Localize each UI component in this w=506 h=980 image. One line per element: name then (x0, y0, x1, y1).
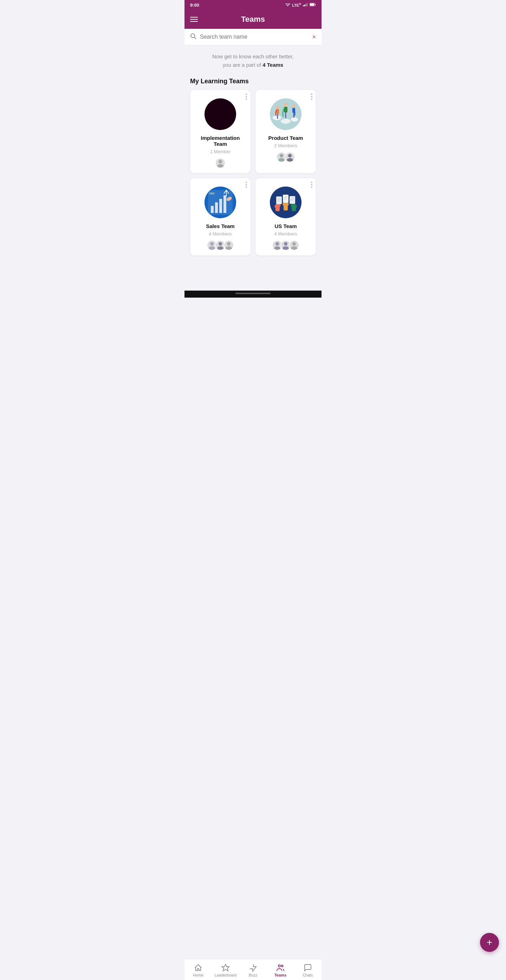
svg-rect-57 (283, 195, 288, 203)
status-bar: 9:00 LTER (185, 0, 321, 10)
svg-point-70 (291, 246, 297, 250)
team-avatar-product (270, 99, 301, 130)
signal-icon (303, 2, 308, 7)
svg-rect-50 (283, 203, 288, 210)
member-avatars-us (260, 240, 312, 251)
member-avatars-sales (194, 240, 246, 251)
svg-rect-4 (304, 5, 306, 6)
svg-line-11 (194, 37, 196, 39)
teams-intro: Now get to know each other better, you a… (190, 52, 316, 69)
svg-point-42 (218, 242, 222, 246)
svg-point-69 (292, 242, 296, 246)
svg-rect-52 (292, 204, 296, 211)
svg-point-45 (226, 246, 232, 250)
svg-rect-3 (303, 5, 304, 6)
svg-point-66 (274, 246, 280, 250)
svg-point-12 (218, 160, 222, 163)
svg-point-18 (276, 105, 279, 109)
team-members-implementation: 1 Member (194, 149, 246, 154)
svg-point-16 (291, 117, 298, 122)
svg-point-27 (280, 154, 283, 158)
svg-text:CES: CES (209, 192, 215, 195)
team-avatar-us (270, 186, 301, 218)
search-bar: × (185, 29, 321, 45)
team-card-sales[interactable]: CES Sales Team 4 Members (190, 178, 251, 255)
member-avatar (215, 158, 226, 168)
svg-rect-53 (276, 196, 282, 204)
svg-rect-6 (307, 3, 308, 6)
svg-point-13 (217, 164, 223, 168)
svg-point-17 (281, 119, 291, 124)
svg-point-30 (287, 158, 293, 162)
section-title: My Learning Teams (190, 78, 316, 85)
member-avatar (223, 240, 234, 251)
team-avatar-sales: CES (205, 186, 236, 218)
page-header: Teams (185, 10, 321, 29)
team-members-us: 4 Members (260, 231, 312, 237)
menu-button[interactable] (190, 17, 198, 22)
teams-count: 4 Teams (263, 62, 283, 68)
team-name-product: Product Team (260, 135, 312, 141)
card-menu-us[interactable] (311, 182, 312, 188)
svg-point-65 (275, 242, 279, 246)
teams-grid: Implementation Team 1 Member (190, 90, 316, 262)
svg-rect-36 (223, 196, 226, 213)
svg-rect-35 (219, 199, 222, 213)
team-card-us[interactable]: US Team 4 Members (255, 178, 316, 255)
svg-rect-9 (315, 4, 316, 5)
member-avatar (289, 240, 299, 251)
svg-point-15 (273, 115, 281, 120)
svg-point-10 (191, 34, 195, 38)
status-icons: LTER (285, 2, 316, 7)
search-input[interactable] (200, 34, 309, 40)
svg-rect-48 (275, 204, 280, 211)
card-menu-product[interactable] (311, 94, 312, 100)
page-title: Teams (241, 15, 265, 24)
svg-rect-8 (310, 3, 314, 6)
svg-rect-34 (215, 202, 218, 213)
svg-point-44 (227, 242, 231, 246)
card-menu-implementation[interactable] (246, 94, 247, 100)
search-icon (190, 33, 196, 41)
team-name-us: US Team (260, 223, 312, 229)
card-menu-sales[interactable] (246, 182, 247, 188)
team-card-product[interactable]: Product Team 2 Members (255, 90, 316, 173)
team-name-sales: Sales Team (194, 223, 246, 229)
member-avatar (285, 152, 295, 162)
team-avatar-implementation (205, 99, 236, 130)
svg-point-68 (283, 246, 289, 250)
svg-point-29 (288, 154, 292, 158)
svg-rect-33 (211, 206, 214, 213)
svg-point-28 (278, 158, 285, 162)
member-avatars-implementation (194, 158, 246, 168)
svg-point-67 (284, 242, 288, 246)
status-time: 9:00 (190, 2, 199, 8)
team-members-sales: 4 Members (194, 231, 246, 237)
home-bar (185, 291, 321, 298)
home-indicator (235, 293, 271, 294)
svg-point-40 (210, 242, 214, 246)
svg-point-43 (217, 246, 223, 250)
team-card-implementation[interactable]: Implementation Team 1 Member (190, 90, 251, 173)
team-name-implementation: Implementation Team (194, 135, 246, 147)
main-content: Now get to know each other better, you a… (185, 45, 321, 262)
svg-point-21 (283, 103, 288, 107)
svg-point-41 (209, 246, 215, 250)
svg-rect-5 (306, 3, 307, 6)
clear-search-button[interactable]: × (312, 33, 316, 41)
svg-point-24 (292, 104, 296, 108)
team-members-product: 2 Members (260, 143, 312, 148)
lte-label: LTER (292, 2, 301, 7)
wifi-icon (285, 2, 290, 7)
member-avatars-product (260, 152, 312, 162)
svg-rect-61 (290, 196, 295, 204)
battery-icon (310, 2, 316, 7)
